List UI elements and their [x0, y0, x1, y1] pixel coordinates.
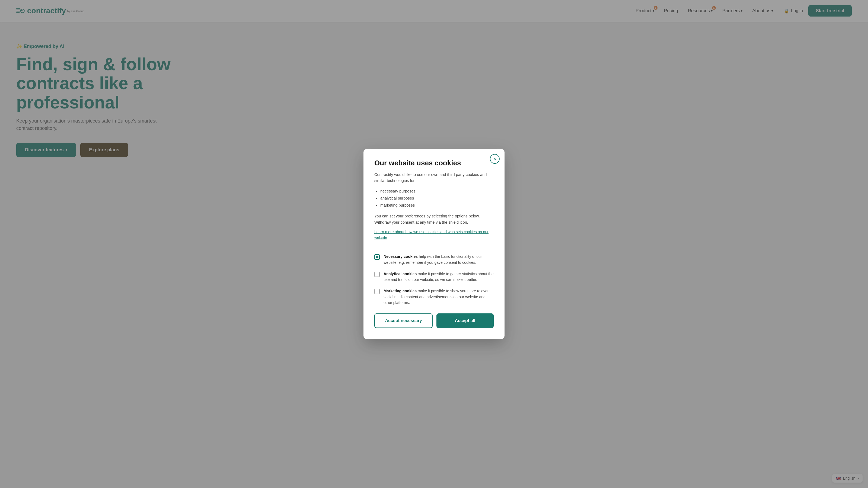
list-item: analytical purposes — [380, 195, 494, 202]
modal-close-button[interactable]: × — [490, 154, 500, 164]
cookie-purposes-list: necessary purposes analytical purposes m… — [374, 188, 494, 209]
learn-more-link[interactable]: Learn more about how we use cookies and … — [374, 230, 489, 240]
modal-divider — [374, 247, 494, 247]
accept-necessary-button[interactable]: Accept necessary — [374, 314, 433, 328]
necessary-cookies-text: Necessary cookies help with the basic fu… — [383, 254, 494, 265]
list-item: necessary purposes — [380, 188, 494, 195]
modal-backdrop: × Our website uses cookies Contractify w… — [0, 0, 868, 488]
modal-action-buttons: Accept necessary Accept all — [374, 314, 494, 328]
analytical-cookies-option: Analytical cookies make it possible to g… — [374, 271, 494, 283]
modal-preferences-text: You can set your preferences by selectin… — [374, 213, 494, 225]
modal-description: Contractify would like to use our own an… — [374, 172, 494, 184]
analytical-checkbox[interactable] — [374, 272, 380, 277]
necessary-checkbox[interactable] — [374, 254, 380, 260]
necessary-cookies-option: Necessary cookies help with the basic fu… — [374, 254, 494, 265]
analytical-cookies-text: Analytical cookies make it possible to g… — [383, 271, 494, 283]
accept-all-button[interactable]: Accept all — [436, 314, 494, 328]
marketing-cookies-option: Marketing cookies make it possible to sh… — [374, 288, 494, 306]
marketing-checkbox[interactable] — [374, 289, 380, 294]
modal-title: Our website uses cookies — [374, 159, 494, 167]
cookie-modal: × Our website uses cookies Contractify w… — [364, 149, 504, 339]
marketing-cookies-text: Marketing cookies make it possible to sh… — [383, 288, 494, 306]
list-item: marketing purposes — [380, 202, 494, 209]
